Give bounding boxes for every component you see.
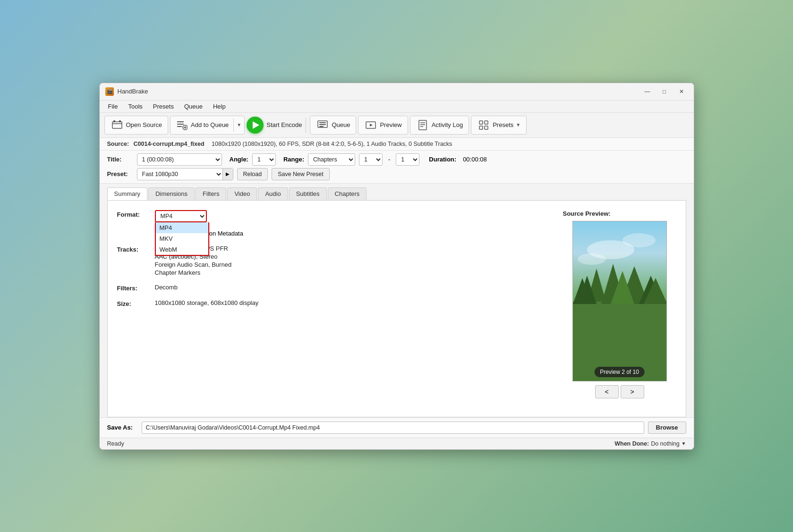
tab-video[interactable]: Video bbox=[227, 187, 257, 200]
presets-arrow: ▼ bbox=[516, 122, 520, 127]
svg-rect-13 bbox=[319, 126, 324, 127]
add-to-queue-wrapper: Add to Queue ▼ bbox=[170, 116, 245, 135]
activity-log-button[interactable]: Activity Log bbox=[410, 116, 469, 135]
right-panel: Source Preview: bbox=[563, 210, 676, 398]
format-dropdown-list: MP4 MKV WebM bbox=[155, 222, 209, 256]
add-queue-dropdown-arrow[interactable]: ▼ bbox=[234, 120, 244, 130]
format-option-mp4[interactable]: MP4 bbox=[156, 222, 208, 233]
save-new-preset-button[interactable]: Save New Preset bbox=[272, 168, 330, 180]
open-source-label: Open Source bbox=[126, 121, 162, 128]
duration-label: Duration: bbox=[429, 156, 456, 163]
menu-bar: File Tools Presets Queue Help bbox=[100, 101, 694, 113]
toolbar: Open Source Add to Queue ▼ bbox=[100, 113, 694, 138]
main-content: Format: MP4 MP4 MKV WebM bbox=[107, 200, 686, 417]
add-queue-icon bbox=[175, 118, 188, 132]
preview-svg bbox=[573, 221, 667, 381]
menu-help[interactable]: Help bbox=[208, 101, 230, 111]
add-to-queue-button[interactable]: Add to Queue bbox=[171, 116, 233, 134]
tabs-container: Summary Dimensions Filters Video Audio S… bbox=[100, 184, 694, 200]
menu-tools[interactable]: Tools bbox=[123, 101, 147, 111]
preset-dropdown: Fast 1080p30 ▶ bbox=[137, 168, 233, 180]
tab-summary[interactable]: Summary bbox=[107, 187, 148, 200]
tab-subtitles[interactable]: Subtitles bbox=[289, 187, 327, 200]
save-as-label: Save As: bbox=[107, 424, 138, 431]
format-option-webm[interactable]: WebM bbox=[156, 244, 208, 255]
preview-button[interactable]: Preview bbox=[358, 116, 408, 135]
source-filename: C0014-corrupt.mp4_fixed bbox=[134, 141, 205, 147]
format-row: Format: MP4 MP4 MKV WebM bbox=[117, 210, 549, 222]
svg-rect-6 bbox=[177, 126, 182, 127]
preview-next-button[interactable]: > bbox=[621, 385, 644, 398]
chapter-end-select[interactable]: 1 bbox=[396, 153, 419, 166]
close-button[interactable]: ✕ bbox=[675, 87, 688, 96]
svg-marker-15 bbox=[370, 124, 373, 127]
svg-rect-0 bbox=[112, 122, 122, 128]
presets-label: Presets bbox=[493, 121, 513, 128]
title-select[interactable]: 1 (00:00:08) bbox=[137, 153, 222, 166]
tab-audio[interactable]: Audio bbox=[258, 187, 288, 200]
when-done-value[interactable]: Do nothing bbox=[651, 440, 679, 447]
preview-prev-button[interactable]: < bbox=[595, 385, 619, 398]
save-as-input[interactable] bbox=[142, 422, 644, 434]
svg-rect-23 bbox=[485, 126, 488, 129]
source-info: Source: C0014-corrupt.mp4_fixed 1080x192… bbox=[100, 138, 694, 151]
passthru-row: Passthru Common Metadata bbox=[155, 230, 549, 237]
size-value: 1080x1080 storage, 608x1080 display bbox=[155, 299, 259, 306]
start-encode-button[interactable] bbox=[247, 117, 264, 134]
open-source-button[interactable]: Open Source bbox=[104, 116, 169, 135]
minimize-button[interactable]: — bbox=[641, 87, 654, 96]
svg-point-25 bbox=[622, 233, 656, 247]
menu-queue[interactable]: Queue bbox=[179, 101, 207, 111]
title-bar-left: 🎬 HandBrake bbox=[105, 87, 148, 96]
chapter-start-select[interactable]: 1 bbox=[359, 153, 383, 166]
format-option-mkv[interactable]: MKV bbox=[156, 233, 208, 244]
track-3: Foreign Audio Scan, Burned bbox=[155, 261, 232, 268]
status-text: Ready bbox=[107, 440, 124, 447]
svg-rect-20 bbox=[479, 121, 483, 124]
format-select[interactable]: MP4 bbox=[155, 210, 207, 222]
tab-dimensions[interactable]: Dimensions bbox=[148, 187, 195, 200]
queue-button[interactable]: Queue bbox=[310, 116, 356, 135]
angle-label: Angle: bbox=[230, 156, 248, 163]
svg-point-26 bbox=[578, 253, 606, 265]
title-row: Title: 1 (00:00:08) Angle: 1 Range: Chap… bbox=[107, 153, 686, 166]
reload-button[interactable]: Reload bbox=[237, 168, 268, 180]
add-to-queue-label: Add to Queue bbox=[191, 121, 229, 128]
menu-file[interactable]: File bbox=[103, 101, 123, 111]
svg-rect-21 bbox=[485, 121, 488, 124]
filters-label: Filters: bbox=[117, 285, 155, 292]
save-as-row: Save As: Browse bbox=[100, 417, 694, 438]
maximize-button[interactable]: □ bbox=[658, 87, 671, 96]
angle-select[interactable]: 1 bbox=[252, 153, 276, 166]
preview-image: Preview 2 of 10 bbox=[572, 221, 667, 381]
tab-filters[interactable]: Filters bbox=[196, 187, 226, 200]
when-done: When Done: Do nothing ▼ bbox=[614, 440, 686, 447]
range-label: Range: bbox=[283, 156, 304, 163]
when-done-label: When Done: bbox=[614, 440, 649, 447]
app-icon: 🎬 bbox=[105, 87, 114, 96]
size-label: Size: bbox=[117, 300, 155, 307]
tab-chapters[interactable]: Chapters bbox=[328, 187, 367, 200]
track-4: Chapter Markers bbox=[155, 269, 232, 276]
presets-button[interactable]: Presets ▼ bbox=[471, 116, 527, 135]
title-bar: 🎬 HandBrake — □ ✕ bbox=[100, 83, 694, 101]
range-select[interactable]: Chapters bbox=[308, 153, 355, 166]
browse-button[interactable]: Browse bbox=[648, 422, 686, 434]
app-title: HandBrake bbox=[118, 88, 148, 95]
svg-rect-22 bbox=[479, 126, 483, 129]
status-bar: Ready When Done: Do nothing ▼ bbox=[100, 438, 694, 449]
svg-rect-4 bbox=[177, 121, 184, 122]
preset-arrow-button[interactable]: ▶ bbox=[222, 168, 233, 180]
filters-row: Filters: Decomb bbox=[117, 284, 549, 292]
preview-icon bbox=[364, 118, 377, 132]
when-done-arrow[interactable]: ▼ bbox=[682, 441, 686, 446]
window-controls: — □ ✕ bbox=[641, 87, 688, 96]
preview-nav: < > bbox=[595, 385, 644, 398]
form-rows: Title: 1 (00:00:08) Angle: 1 Range: Chap… bbox=[100, 151, 694, 184]
menu-presets[interactable]: Presets bbox=[148, 101, 179, 111]
queue-label: Queue bbox=[332, 121, 350, 128]
activity-log-label: Activity Log bbox=[432, 121, 463, 128]
preset-select[interactable]: Fast 1080p30 bbox=[137, 169, 222, 180]
toolbar-separator-1 bbox=[306, 118, 306, 133]
play-icon bbox=[253, 121, 259, 129]
